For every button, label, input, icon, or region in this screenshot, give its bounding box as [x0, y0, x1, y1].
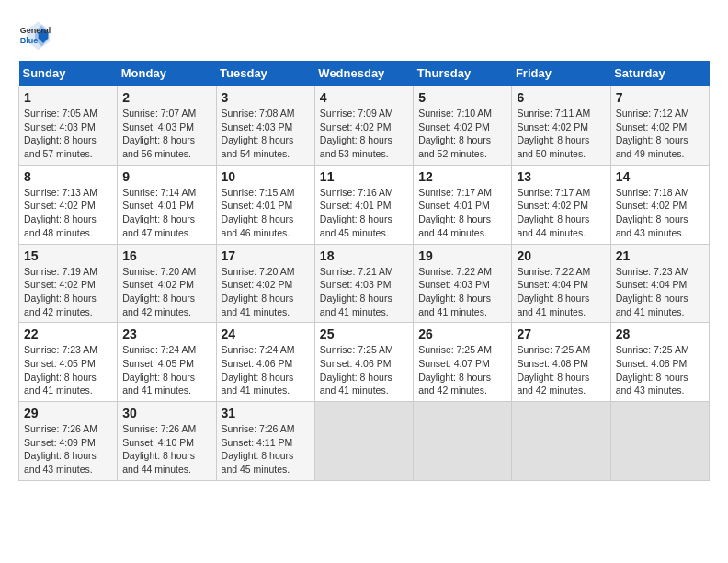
calendar-cell: 20Sunrise: 7:22 AMSunset: 4:04 PMDayligh…	[512, 244, 610, 323]
day-number: 22	[24, 327, 112, 341]
day-info: Sunrise: 7:26 AMSunset: 4:11 PMDaylight:…	[222, 422, 310, 477]
day-number: 29	[24, 406, 112, 420]
day-number: 31	[222, 406, 310, 420]
day-info: Sunrise: 7:13 AMSunset: 4:02 PMDaylight:…	[24, 186, 112, 240]
day-number: 13	[517, 169, 605, 184]
day-info: Sunrise: 7:12 AMSunset: 4:02 PMDaylight:…	[616, 107, 704, 161]
day-info: Sunrise: 7:25 AMSunset: 4:07 PMDaylight:…	[418, 343, 506, 397]
day-info: Sunrise: 7:05 AMSunset: 4:03 PMDaylight:…	[24, 107, 112, 161]
day-number: 17	[222, 248, 310, 263]
calendar-cell: 30Sunrise: 7:26 AMSunset: 4:10 PMDayligh…	[118, 402, 216, 481]
calendar-cell	[610, 402, 709, 481]
day-number: 28	[616, 327, 704, 341]
day-number: 30	[122, 406, 210, 420]
day-number: 4	[320, 90, 408, 105]
calendar-cell: 7Sunrise: 7:12 AMSunset: 4:02 PMDaylight…	[610, 86, 709, 166]
header-day-friday: Friday	[512, 61, 610, 86]
day-number: 21	[616, 248, 704, 263]
calendar-week-4: 22Sunrise: 7:23 AMSunset: 4:05 PMDayligh…	[19, 323, 710, 402]
calendar-cell	[414, 402, 512, 481]
calendar-cell: 3Sunrise: 7:08 AMSunset: 4:03 PMDaylight…	[216, 86, 314, 166]
day-info: Sunrise: 7:25 AMSunset: 4:06 PMDaylight:…	[320, 343, 408, 397]
day-number: 9	[122, 169, 210, 184]
calendar-cell: 19Sunrise: 7:22 AMSunset: 4:03 PMDayligh…	[414, 244, 512, 323]
day-number: 6	[517, 90, 605, 105]
calendar-cell: 12Sunrise: 7:17 AMSunset: 4:01 PMDayligh…	[414, 165, 512, 244]
calendar-cell: 31Sunrise: 7:26 AMSunset: 4:11 PMDayligh…	[216, 402, 314, 481]
day-number: 24	[222, 327, 310, 341]
day-info: Sunrise: 7:23 AMSunset: 4:05 PMDaylight:…	[24, 343, 112, 397]
day-info: Sunrise: 7:22 AMSunset: 4:04 PMDaylight:…	[517, 265, 605, 319]
calendar-cell	[314, 402, 413, 481]
calendar-cell: 8Sunrise: 7:13 AMSunset: 4:02 PMDaylight…	[19, 165, 118, 244]
day-info: Sunrise: 7:22 AMSunset: 4:03 PMDaylight:…	[418, 265, 506, 319]
calendar-cell: 24Sunrise: 7:24 AMSunset: 4:06 PMDayligh…	[216, 323, 314, 402]
day-info: Sunrise: 7:11 AMSunset: 4:02 PMDaylight:…	[517, 107, 605, 161]
calendar-cell: 6Sunrise: 7:11 AMSunset: 4:02 PMDaylight…	[512, 86, 610, 166]
day-number: 20	[517, 248, 605, 263]
calendar-table: SundayMondayTuesdayWednesdayThursdayFrid…	[18, 61, 710, 481]
day-info: Sunrise: 7:16 AMSunset: 4:01 PMDaylight:…	[320, 186, 408, 240]
calendar-cell: 27Sunrise: 7:25 AMSunset: 4:08 PMDayligh…	[512, 323, 610, 402]
header-day-saturday: Saturday	[610, 61, 709, 86]
svg-text:Blue: Blue	[20, 36, 39, 45]
calendar-cell: 16Sunrise: 7:20 AMSunset: 4:02 PMDayligh…	[118, 244, 216, 323]
calendar-cell: 4Sunrise: 7:09 AMSunset: 4:02 PMDaylight…	[314, 86, 413, 166]
header-day-monday: Monday	[118, 61, 216, 86]
calendar-cell: 18Sunrise: 7:21 AMSunset: 4:03 PMDayligh…	[314, 244, 413, 323]
day-info: Sunrise: 7:18 AMSunset: 4:02 PMDaylight:…	[616, 186, 704, 240]
day-info: Sunrise: 7:26 AMSunset: 4:09 PMDaylight:…	[24, 422, 112, 477]
header-day-wednesday: Wednesday	[314, 61, 413, 86]
day-number: 1	[24, 90, 112, 105]
logo-icon: General Blue	[18, 18, 51, 52]
calendar-cell: 26Sunrise: 7:25 AMSunset: 4:07 PMDayligh…	[414, 323, 512, 402]
day-number: 10	[222, 169, 310, 184]
day-number: 14	[616, 169, 704, 184]
day-info: Sunrise: 7:09 AMSunset: 4:02 PMDaylight:…	[320, 107, 408, 161]
header-day-sunday: Sunday	[19, 61, 118, 86]
calendar-cell: 29Sunrise: 7:26 AMSunset: 4:09 PMDayligh…	[19, 402, 118, 481]
day-info: Sunrise: 7:23 AMSunset: 4:04 PMDaylight:…	[616, 265, 704, 319]
logo: General Blue	[18, 18, 51, 52]
calendar-cell: 9Sunrise: 7:14 AMSunset: 4:01 PMDaylight…	[118, 165, 216, 244]
day-number: 27	[517, 327, 605, 341]
calendar-cell: 22Sunrise: 7:23 AMSunset: 4:05 PMDayligh…	[19, 323, 118, 402]
day-info: Sunrise: 7:17 AMSunset: 4:01 PMDaylight:…	[418, 186, 506, 240]
day-info: Sunrise: 7:25 AMSunset: 4:08 PMDaylight:…	[616, 343, 704, 397]
calendar-cell: 17Sunrise: 7:20 AMSunset: 4:02 PMDayligh…	[216, 244, 314, 323]
calendar-cell: 15Sunrise: 7:19 AMSunset: 4:02 PMDayligh…	[19, 244, 118, 323]
day-number: 2	[122, 90, 210, 105]
day-number: 11	[320, 169, 408, 184]
day-info: Sunrise: 7:10 AMSunset: 4:02 PMDaylight:…	[418, 107, 506, 161]
day-info: Sunrise: 7:24 AMSunset: 4:05 PMDaylight:…	[122, 343, 210, 397]
day-number: 5	[418, 90, 506, 105]
day-number: 16	[122, 248, 210, 263]
calendar-week-1: 1Sunrise: 7:05 AMSunset: 4:03 PMDaylight…	[19, 86, 710, 166]
day-info: Sunrise: 7:15 AMSunset: 4:01 PMDaylight:…	[222, 186, 310, 240]
calendar-week-5: 29Sunrise: 7:26 AMSunset: 4:09 PMDayligh…	[19, 402, 710, 481]
calendar-cell: 23Sunrise: 7:24 AMSunset: 4:05 PMDayligh…	[118, 323, 216, 402]
day-number: 3	[222, 90, 310, 105]
day-number: 25	[320, 327, 408, 341]
calendar-week-2: 8Sunrise: 7:13 AMSunset: 4:02 PMDaylight…	[19, 165, 710, 244]
calendar-cell: 14Sunrise: 7:18 AMSunset: 4:02 PMDayligh…	[610, 165, 709, 244]
day-number: 15	[24, 248, 112, 263]
calendar-week-3: 15Sunrise: 7:19 AMSunset: 4:02 PMDayligh…	[19, 244, 710, 323]
calendar-cell	[512, 402, 610, 481]
calendar-cell: 5Sunrise: 7:10 AMSunset: 4:02 PMDaylight…	[414, 86, 512, 166]
day-info: Sunrise: 7:25 AMSunset: 4:08 PMDaylight:…	[517, 343, 605, 397]
calendar-cell: 1Sunrise: 7:05 AMSunset: 4:03 PMDaylight…	[19, 86, 118, 166]
calendar-cell: 13Sunrise: 7:17 AMSunset: 4:02 PMDayligh…	[512, 165, 610, 244]
day-number: 18	[320, 248, 408, 263]
day-number: 12	[418, 169, 506, 184]
day-info: Sunrise: 7:14 AMSunset: 4:01 PMDaylight:…	[122, 186, 210, 240]
day-number: 8	[24, 169, 112, 184]
day-number: 26	[418, 327, 506, 341]
day-info: Sunrise: 7:08 AMSunset: 4:03 PMDaylight:…	[222, 107, 310, 161]
calendar-cell: 11Sunrise: 7:16 AMSunset: 4:01 PMDayligh…	[314, 165, 413, 244]
header-day-thursday: Thursday	[414, 61, 512, 86]
day-number: 19	[418, 248, 506, 263]
day-info: Sunrise: 7:19 AMSunset: 4:02 PMDaylight:…	[24, 265, 112, 319]
calendar-cell: 10Sunrise: 7:15 AMSunset: 4:01 PMDayligh…	[216, 165, 314, 244]
calendar-cell: 28Sunrise: 7:25 AMSunset: 4:08 PMDayligh…	[610, 323, 709, 402]
